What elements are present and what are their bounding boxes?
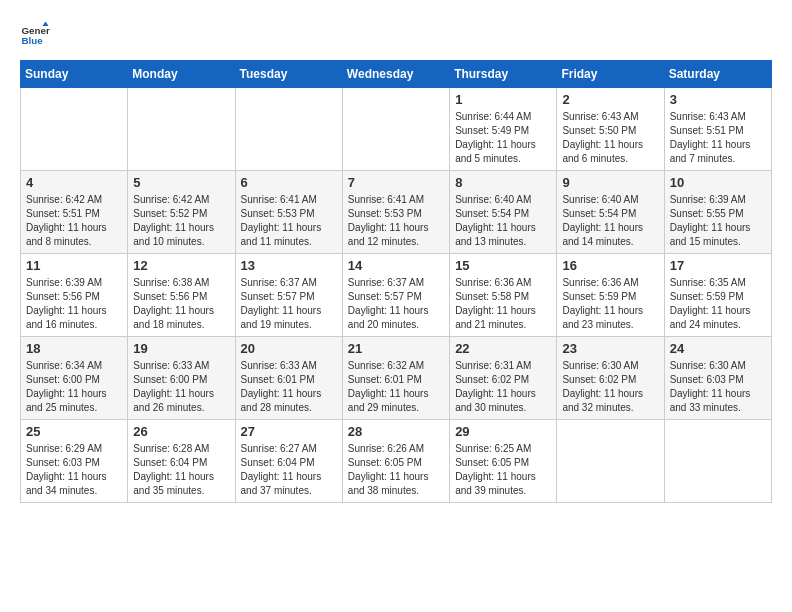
calendar-cell: 14Sunrise: 6:37 AM Sunset: 5:57 PM Dayli… xyxy=(342,254,449,337)
day-info: Sunrise: 6:32 AM Sunset: 6:01 PM Dayligh… xyxy=(348,359,444,415)
day-number: 3 xyxy=(670,92,766,107)
day-number: 21 xyxy=(348,341,444,356)
day-info: Sunrise: 6:31 AM Sunset: 6:02 PM Dayligh… xyxy=(455,359,551,415)
calendar-week-row: 4Sunrise: 6:42 AM Sunset: 5:51 PM Daylig… xyxy=(21,171,772,254)
calendar-cell: 26Sunrise: 6:28 AM Sunset: 6:04 PM Dayli… xyxy=(128,420,235,503)
day-number: 23 xyxy=(562,341,658,356)
day-info: Sunrise: 6:33 AM Sunset: 6:01 PM Dayligh… xyxy=(241,359,337,415)
calendar-week-row: 11Sunrise: 6:39 AM Sunset: 5:56 PM Dayli… xyxy=(21,254,772,337)
day-number: 18 xyxy=(26,341,122,356)
calendar-cell: 28Sunrise: 6:26 AM Sunset: 6:05 PM Dayli… xyxy=(342,420,449,503)
calendar-cell: 8Sunrise: 6:40 AM Sunset: 5:54 PM Daylig… xyxy=(450,171,557,254)
day-info: Sunrise: 6:30 AM Sunset: 6:02 PM Dayligh… xyxy=(562,359,658,415)
day-number: 28 xyxy=(348,424,444,439)
calendar-cell: 9Sunrise: 6:40 AM Sunset: 5:54 PM Daylig… xyxy=(557,171,664,254)
logo-icon: General Blue xyxy=(20,20,50,50)
day-number: 10 xyxy=(670,175,766,190)
calendar-cell: 11Sunrise: 6:39 AM Sunset: 5:56 PM Dayli… xyxy=(21,254,128,337)
day-number: 12 xyxy=(133,258,229,273)
day-info: Sunrise: 6:33 AM Sunset: 6:00 PM Dayligh… xyxy=(133,359,229,415)
weekday-header: Friday xyxy=(557,61,664,88)
weekday-header-row: SundayMondayTuesdayWednesdayThursdayFrid… xyxy=(21,61,772,88)
calendar-cell xyxy=(21,88,128,171)
calendar-cell: 6Sunrise: 6:41 AM Sunset: 5:53 PM Daylig… xyxy=(235,171,342,254)
calendar-cell: 5Sunrise: 6:42 AM Sunset: 5:52 PM Daylig… xyxy=(128,171,235,254)
weekday-header: Wednesday xyxy=(342,61,449,88)
day-number: 24 xyxy=(670,341,766,356)
calendar-cell xyxy=(557,420,664,503)
calendar-week-row: 25Sunrise: 6:29 AM Sunset: 6:03 PM Dayli… xyxy=(21,420,772,503)
day-number: 26 xyxy=(133,424,229,439)
day-info: Sunrise: 6:41 AM Sunset: 5:53 PM Dayligh… xyxy=(348,193,444,249)
weekday-header: Tuesday xyxy=(235,61,342,88)
day-info: Sunrise: 6:37 AM Sunset: 5:57 PM Dayligh… xyxy=(348,276,444,332)
day-info: Sunrise: 6:26 AM Sunset: 6:05 PM Dayligh… xyxy=(348,442,444,498)
day-number: 15 xyxy=(455,258,551,273)
day-info: Sunrise: 6:37 AM Sunset: 5:57 PM Dayligh… xyxy=(241,276,337,332)
day-number: 16 xyxy=(562,258,658,273)
calendar-cell: 29Sunrise: 6:25 AM Sunset: 6:05 PM Dayli… xyxy=(450,420,557,503)
day-number: 19 xyxy=(133,341,229,356)
day-number: 22 xyxy=(455,341,551,356)
calendar-cell: 15Sunrise: 6:36 AM Sunset: 5:58 PM Dayli… xyxy=(450,254,557,337)
day-info: Sunrise: 6:38 AM Sunset: 5:56 PM Dayligh… xyxy=(133,276,229,332)
weekday-header: Thursday xyxy=(450,61,557,88)
calendar-cell: 12Sunrise: 6:38 AM Sunset: 5:56 PM Dayli… xyxy=(128,254,235,337)
day-number: 17 xyxy=(670,258,766,273)
svg-text:Blue: Blue xyxy=(22,35,44,46)
calendar-cell: 24Sunrise: 6:30 AM Sunset: 6:03 PM Dayli… xyxy=(664,337,771,420)
calendar-cell: 13Sunrise: 6:37 AM Sunset: 5:57 PM Dayli… xyxy=(235,254,342,337)
calendar-table: SundayMondayTuesdayWednesdayThursdayFrid… xyxy=(20,60,772,503)
calendar-cell: 18Sunrise: 6:34 AM Sunset: 6:00 PM Dayli… xyxy=(21,337,128,420)
day-info: Sunrise: 6:44 AM Sunset: 5:49 PM Dayligh… xyxy=(455,110,551,166)
day-info: Sunrise: 6:36 AM Sunset: 5:58 PM Dayligh… xyxy=(455,276,551,332)
calendar-cell: 27Sunrise: 6:27 AM Sunset: 6:04 PM Dayli… xyxy=(235,420,342,503)
calendar-cell: 25Sunrise: 6:29 AM Sunset: 6:03 PM Dayli… xyxy=(21,420,128,503)
calendar-cell xyxy=(664,420,771,503)
day-info: Sunrise: 6:27 AM Sunset: 6:04 PM Dayligh… xyxy=(241,442,337,498)
weekday-header: Sunday xyxy=(21,61,128,88)
day-number: 25 xyxy=(26,424,122,439)
day-info: Sunrise: 6:41 AM Sunset: 5:53 PM Dayligh… xyxy=(241,193,337,249)
day-number: 20 xyxy=(241,341,337,356)
day-info: Sunrise: 6:39 AM Sunset: 5:56 PM Dayligh… xyxy=(26,276,122,332)
day-number: 14 xyxy=(348,258,444,273)
calendar-cell xyxy=(342,88,449,171)
day-info: Sunrise: 6:42 AM Sunset: 5:51 PM Dayligh… xyxy=(26,193,122,249)
day-info: Sunrise: 6:29 AM Sunset: 6:03 PM Dayligh… xyxy=(26,442,122,498)
day-number: 13 xyxy=(241,258,337,273)
calendar-week-row: 1Sunrise: 6:44 AM Sunset: 5:49 PM Daylig… xyxy=(21,88,772,171)
calendar-cell: 3Sunrise: 6:43 AM Sunset: 5:51 PM Daylig… xyxy=(664,88,771,171)
day-info: Sunrise: 6:36 AM Sunset: 5:59 PM Dayligh… xyxy=(562,276,658,332)
logo: General Blue xyxy=(20,20,50,50)
day-number: 9 xyxy=(562,175,658,190)
day-info: Sunrise: 6:42 AM Sunset: 5:52 PM Dayligh… xyxy=(133,193,229,249)
day-info: Sunrise: 6:40 AM Sunset: 5:54 PM Dayligh… xyxy=(455,193,551,249)
calendar-cell xyxy=(128,88,235,171)
day-number: 1 xyxy=(455,92,551,107)
calendar-week-row: 18Sunrise: 6:34 AM Sunset: 6:00 PM Dayli… xyxy=(21,337,772,420)
svg-text:General: General xyxy=(22,25,51,36)
day-info: Sunrise: 6:28 AM Sunset: 6:04 PM Dayligh… xyxy=(133,442,229,498)
calendar-cell: 20Sunrise: 6:33 AM Sunset: 6:01 PM Dayli… xyxy=(235,337,342,420)
day-number: 2 xyxy=(562,92,658,107)
day-info: Sunrise: 6:43 AM Sunset: 5:51 PM Dayligh… xyxy=(670,110,766,166)
day-number: 4 xyxy=(26,175,122,190)
weekday-header: Saturday xyxy=(664,61,771,88)
day-number: 11 xyxy=(26,258,122,273)
day-number: 5 xyxy=(133,175,229,190)
calendar-cell: 21Sunrise: 6:32 AM Sunset: 6:01 PM Dayli… xyxy=(342,337,449,420)
day-number: 27 xyxy=(241,424,337,439)
calendar-cell: 10Sunrise: 6:39 AM Sunset: 5:55 PM Dayli… xyxy=(664,171,771,254)
day-info: Sunrise: 6:34 AM Sunset: 6:00 PM Dayligh… xyxy=(26,359,122,415)
calendar-cell xyxy=(235,88,342,171)
calendar-cell: 16Sunrise: 6:36 AM Sunset: 5:59 PM Dayli… xyxy=(557,254,664,337)
calendar-cell: 4Sunrise: 6:42 AM Sunset: 5:51 PM Daylig… xyxy=(21,171,128,254)
day-info: Sunrise: 6:40 AM Sunset: 5:54 PM Dayligh… xyxy=(562,193,658,249)
calendar-cell: 19Sunrise: 6:33 AM Sunset: 6:00 PM Dayli… xyxy=(128,337,235,420)
day-info: Sunrise: 6:35 AM Sunset: 5:59 PM Dayligh… xyxy=(670,276,766,332)
calendar-cell: 1Sunrise: 6:44 AM Sunset: 5:49 PM Daylig… xyxy=(450,88,557,171)
day-number: 7 xyxy=(348,175,444,190)
day-info: Sunrise: 6:39 AM Sunset: 5:55 PM Dayligh… xyxy=(670,193,766,249)
day-number: 29 xyxy=(455,424,551,439)
